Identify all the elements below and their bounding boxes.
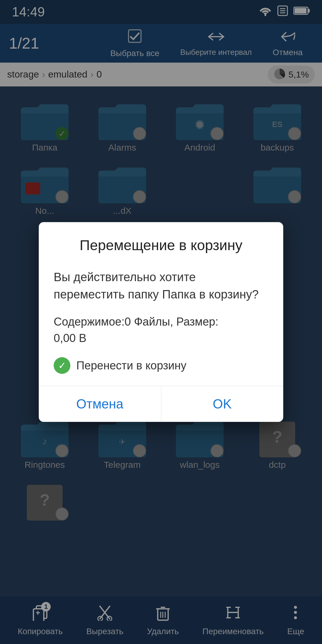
dialog-info: Содержимое:0 Файлы, Размер: 0,00 В [54, 314, 268, 346]
dialog-body: Вы действительно хотите переместить папк… [39, 262, 283, 386]
dialog: Перемещение в корзину Вы действительно х… [39, 222, 283, 422]
dialog-overlay: Перемещение в корзину Вы действительно х… [0, 0, 322, 644]
dialog-message: Вы действительно хотите переместить папк… [54, 268, 268, 303]
dialog-option[interactable]: ✓ Перенести в корзину [54, 357, 268, 374]
dialog-title: Перемещение в корзину [39, 222, 283, 262]
ok-button[interactable]: OK [161, 386, 284, 422]
option-check-icon: ✓ [54, 357, 70, 374]
cancel-button[interactable]: Отмена [39, 386, 161, 422]
option-label: Перенести в корзину [76, 359, 186, 372]
dialog-buttons: Отмена OK [39, 386, 283, 422]
